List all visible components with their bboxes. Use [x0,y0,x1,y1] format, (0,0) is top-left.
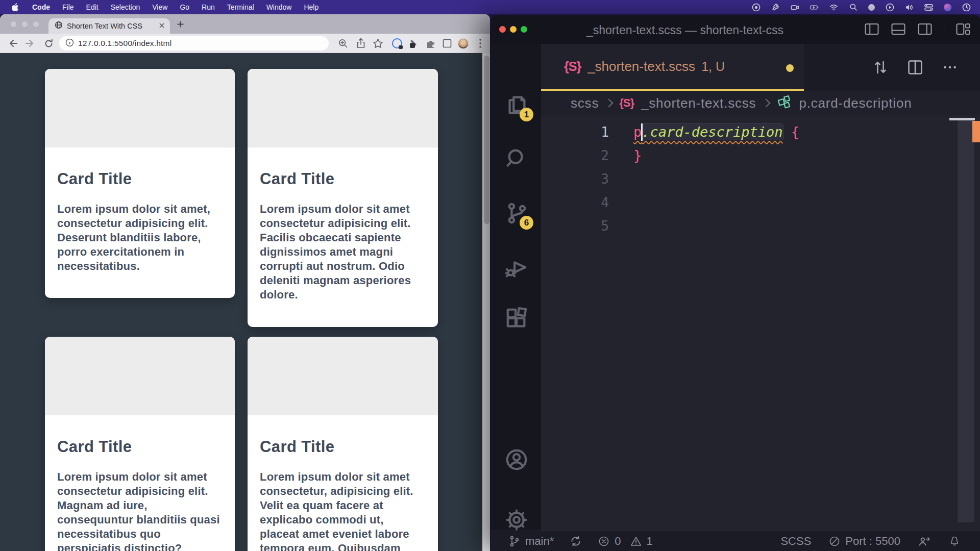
menu-terminal[interactable]: Terminal [221,3,260,11]
editor-tab-filename: _shorten-text.scss [587,59,695,74]
record-icon[interactable] [752,3,761,12]
menu-go[interactable]: Go [174,3,195,11]
vscode-close-button[interactable] [499,26,506,33]
git-branch-status[interactable]: main* [508,534,554,548]
sync-status[interactable] [569,535,582,548]
menu-run[interactable]: Run [195,3,221,11]
split-editor-icon[interactable] [906,58,924,79]
card-1-image-placeholder [45,69,235,147]
card-2-title: Card Title [260,170,426,188]
code-editor[interactable]: 1 p.card-description { 2 } 3 4 5 [541,115,980,531]
extensions-puzzle-icon[interactable] [425,38,436,49]
explorer-badge: 1 [520,108,533,121]
menu-view[interactable]: View [146,3,174,11]
toggle-secondary-sidebar-icon[interactable] [917,22,933,38]
camera-icon[interactable] [791,3,799,12]
notifications-bell-icon[interactable] [948,535,961,548]
more-menu-icon[interactable] [475,38,486,49]
card-2-body: Lorem ipsum dolor sit amet consectetur a… [260,202,426,302]
wifi-icon[interactable] [829,3,838,12]
symbol-class-icon [776,94,792,113]
titlebar-separator [944,24,944,36]
page-scrollbar[interactable] [482,53,490,551]
live-server-port[interactable]: Port : 5500 [828,535,900,548]
zoom-in-icon[interactable] [337,38,349,49]
toggle-panel-icon[interactable] [891,22,906,38]
page-scrollbar-thumb[interactable] [484,56,489,224]
card-3: Card Title Lorem ipsum dolor sit amet co… [45,337,235,551]
account-icon[interactable] [505,448,528,471]
dnd-icon[interactable] [868,4,875,11]
toggle-sidebar-icon[interactable] [864,22,879,38]
eyedropper-extension-icon[interactable] [409,38,420,49]
menu-selection[interactable]: Selection [105,3,146,11]
code-line-1: p.card-description { [633,120,799,144]
star-icon[interactable] [372,38,383,49]
line-number: 3 [541,167,609,191]
editor-scrollbar[interactable] [958,119,974,522]
address-bar[interactable]: 127.0.0.1:5500/index.html [59,36,329,51]
editor-more-actions-icon[interactable] [941,58,959,79]
reload-icon[interactable] [43,38,54,49]
card-2: Card Title Lorem ipsum dolor sit amet co… [248,69,438,327]
url-text: 127.0.0.1:5500/index.html [78,39,172,48]
customize-layout-icon[interactable] [955,22,971,38]
menu-edit[interactable]: Edit [80,3,105,11]
privacy-extension-icon[interactable] [391,38,403,49]
feedback-icon[interactable] [918,535,931,548]
back-icon[interactable] [7,38,18,49]
language-mode[interactable]: SCSS [780,535,811,548]
rocket-icon[interactable] [771,3,780,12]
breadcrumb-folder[interactable]: scss [571,95,599,111]
new-tab-icon[interactable] [177,20,184,30]
card-4: Card Title Lorem ipsum dolor sit amet co… [248,337,438,551]
breadcrumb-symbol[interactable]: p.card-description [799,95,912,111]
browser-zoom-button[interactable] [33,21,39,28]
browser-tabstrip: Shorten Text With CSS [0,14,490,34]
card-3-body: Lorem ipsum dolor sit amet consectetur a… [57,470,223,551]
extensions-icon[interactable] [505,307,528,330]
scss-file-icon: {S} [619,96,634,110]
volume-icon[interactable] [905,3,914,12]
status-bar: main* 0 1 SCSS Port : 5500 [491,531,980,551]
battery-icon[interactable] [810,3,819,12]
side-panel-icon[interactable] [442,38,453,49]
token-close-brace: } [633,147,642,163]
browser-close-button[interactable] [10,21,17,28]
run-debug-icon[interactable] [505,256,528,279]
error-count: 0 [615,535,621,548]
globe-favicon [55,21,63,31]
editor-tab-active[interactable]: {S} _shorten-text.scss 1, U [541,44,804,91]
browser-minimize-button[interactable] [21,21,28,28]
control-center-icon[interactable] [924,3,933,12]
problems-status[interactable]: 0 1 [598,535,653,548]
tab-close-icon[interactable] [159,21,165,31]
vscode-minimize-button[interactable] [510,26,517,33]
profile-avatar[interactable] [457,38,469,49]
search-icon[interactable] [505,147,528,170]
play-icon[interactable] [886,3,894,12]
forward-icon[interactable] [24,38,36,49]
search-icon[interactable] [849,3,857,12]
clock-icon[interactable] [962,3,971,12]
chevron-right-icon [605,99,614,108]
site-info-icon[interactable] [65,38,74,49]
source-control-icon[interactable]: 6 [505,202,528,225]
explorer-icon[interactable]: 1 [505,93,528,117]
siri-icon[interactable] [944,4,951,11]
unsaved-dot-icon[interactable] [786,64,794,72]
vscode-zoom-button[interactable] [521,26,527,33]
browser-tab[interactable]: Shorten Text With CSS [48,18,170,34]
menu-file[interactable]: File [56,3,80,11]
overview-ruler-warning-mark [972,121,980,142]
menu-window[interactable]: Window [260,3,298,11]
vscode-window-title: _shorten-text.scss — shorten-text-css [542,23,828,37]
breadcrumb-file[interactable]: _shorten-text.scss [641,95,756,111]
menu-help[interactable]: Help [298,3,325,11]
share-icon[interactable] [355,38,366,49]
card-4-title: Card Title [260,438,426,456]
settings-gear-icon[interactable] [505,508,528,532]
apple-menu-icon[interactable] [11,3,19,12]
menu-code[interactable]: Code [26,3,56,11]
compare-changes-icon[interactable] [872,58,889,79]
